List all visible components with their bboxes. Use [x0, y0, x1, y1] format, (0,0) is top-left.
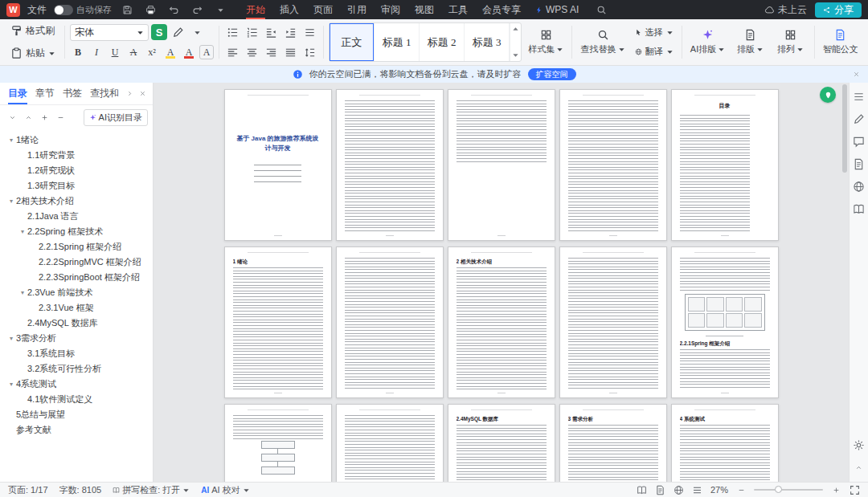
tab-references[interactable]: 引用: [340, 0, 374, 19]
autosave-toggle[interactable]: 自动保存: [54, 4, 112, 16]
undo-icon[interactable]: [166, 2, 182, 17]
outline-item[interactable]: 2.2.2SpringMVC 框架介绍: [2, 255, 151, 270]
wps-logo[interactable]: W: [6, 3, 20, 17]
align-right-icon[interactable]: [263, 44, 280, 61]
style-heading-1[interactable]: 标题 1: [375, 23, 420, 61]
outline-item[interactable]: 2.1Java 语言: [2, 209, 151, 224]
tab-member-exclusive[interactable]: 会员专享: [475, 0, 528, 19]
outline-item[interactable]: ▾1绪论: [2, 132, 151, 148]
outline-item[interactable]: ▾3需求分析: [2, 331, 151, 346]
scroll-top-icon[interactable]: [853, 462, 865, 474]
notification-close-icon[interactable]: [850, 68, 862, 79]
pane-tab-toc[interactable]: 目录: [4, 83, 31, 104]
bold-button[interactable]: B: [70, 44, 86, 60]
zoom-level[interactable]: 27%: [710, 485, 728, 495]
scrollbar-thumb[interactable]: [842, 84, 847, 173]
outline-panel-icon[interactable]: [853, 91, 865, 103]
tab-tools[interactable]: 工具: [441, 0, 475, 19]
tab-wps-ai[interactable]: WPS AI: [528, 0, 586, 19]
page-indicator[interactable]: 页面: 1/17: [8, 484, 48, 496]
line-spacing-icon[interactable]: [301, 44, 318, 61]
ai-typeset-button[interactable]: AI排版: [687, 22, 729, 63]
ai-recognize-toc-button[interactable]: AI识别目录: [84, 109, 148, 126]
expand-storage-button[interactable]: 扩容空间: [528, 68, 576, 80]
outline-caret-icon[interactable]: ▾: [18, 289, 27, 296]
style-heading-3[interactable]: 标题 3: [465, 23, 510, 61]
page-thumbnail-5[interactable]: 目录: [671, 89, 779, 241]
quick-access-caret-icon[interactable]: [212, 2, 228, 17]
select-button[interactable]: 选择: [632, 26, 677, 39]
page-thumbnail-9[interactable]: [559, 246, 667, 398]
outline-item[interactable]: 1.1研究背景: [2, 148, 151, 163]
more-font-tools-icon[interactable]: [189, 24, 206, 41]
outline-item[interactable]: 2.2.3SpringBoot 框架介绍: [2, 270, 151, 285]
outline-item[interactable]: 1.3研究目标: [2, 178, 151, 194]
page-thumbnail-1[interactable]: 基于 Java 的旅游推荐系统设计与开发: [224, 89, 332, 241]
autosave-switch-knob[interactable]: [54, 5, 73, 15]
zoom-out-icon[interactable]: [735, 484, 747, 495]
align-justify-icon[interactable]: [282, 44, 299, 61]
character-shading-button[interactable]: A: [199, 45, 214, 59]
arrange-button[interactable]: 排列: [772, 22, 809, 63]
numbered-list-icon[interactable]: [244, 24, 260, 41]
font-color-button[interactable]: A: [181, 44, 197, 60]
format-painter-button[interactable]: 格式刷: [6, 22, 59, 39]
style-gallery-scroll[interactable]: [510, 23, 521, 61]
increase-indent-icon[interactable]: [282, 24, 299, 41]
redo-icon[interactable]: [189, 2, 205, 17]
tab-insert[interactable]: 插入: [272, 0, 306, 19]
ai-proofread-status[interactable]: AI AI 校对: [201, 484, 249, 496]
web-view-icon[interactable]: [674, 484, 685, 495]
tab-review[interactable]: 审阅: [374, 0, 407, 19]
outline-item[interactable]: 参考文献: [2, 422, 151, 438]
outline-view-icon[interactable]: [692, 484, 703, 495]
align-center-icon[interactable]: [244, 44, 260, 61]
bullet-list-icon[interactable]: [224, 24, 241, 41]
page-view-icon[interactable]: [655, 484, 666, 495]
page-thumbnail-13[interactable]: 2.4MySQL 数据库: [448, 404, 555, 482]
outline-item[interactable]: 3.1系统目标: [2, 346, 151, 361]
page-thumbnail-12[interactable]: [336, 404, 444, 482]
page-thumbnail-6[interactable]: 1 绪论: [224, 246, 332, 398]
fullscreen-icon[interactable]: [849, 484, 860, 495]
edit-panel-icon[interactable]: [853, 113, 865, 125]
outline-item[interactable]: ▾4系统测试: [2, 377, 151, 392]
zoom-slider[interactable]: [754, 489, 823, 491]
outline-caret-icon[interactable]: ▾: [6, 198, 16, 205]
page-thumbnail-14[interactable]: 3 需求分析: [559, 404, 667, 482]
page-thumbnail-2[interactable]: [336, 89, 444, 241]
align-left-icon[interactable]: [224, 44, 241, 61]
document-map-icon[interactable]: [853, 158, 865, 170]
outline-item[interactable]: 2.2.1Spring 框架介绍: [2, 239, 151, 255]
page-thumbnail-11[interactable]: 2.2.3SpringBoot 框架介绍: [224, 404, 332, 482]
style-set-button[interactable]: 样式集: [525, 22, 567, 63]
outline-item[interactable]: ▾2.3Vue 前端技术: [2, 285, 151, 300]
reference-panel-icon[interactable]: [853, 203, 865, 215]
page-thumbnail-7[interactable]: [336, 246, 444, 398]
outline-caret-icon[interactable]: ▾: [18, 228, 27, 235]
translate-button[interactable]: 翻译: [632, 45, 677, 59]
collapse-all-button[interactable]: [5, 110, 19, 124]
page-thumbnail-10[interactable]: 2.2.1Spring 框架介绍: [671, 246, 779, 398]
outline-item[interactable]: 2.3.1Vue 框架: [2, 300, 151, 316]
s-plugin-icon[interactable]: S: [151, 24, 167, 40]
translate-panel-icon[interactable]: [853, 181, 865, 193]
cloud-sync-status[interactable]: 未上云: [764, 3, 807, 17]
outline-item[interactable]: 3.2系统可行性分析: [2, 361, 151, 377]
paste-button[interactable]: 粘贴: [6, 45, 59, 62]
pane-tab-find[interactable]: 查找和: [86, 83, 123, 104]
clear-format-icon[interactable]: [170, 24, 186, 41]
style-normal[interactable]: 正文: [330, 23, 375, 61]
pane-tabs-overflow-icon[interactable]: [123, 88, 136, 100]
locate-button[interactable]: [820, 87, 836, 103]
find-replace-button[interactable]: 查找替换: [577, 22, 628, 63]
save-icon[interactable]: [119, 2, 135, 17]
spellcheck-status[interactable]: 拼写检查: 打开: [113, 484, 190, 496]
outline-item[interactable]: 5总结与展望: [2, 407, 151, 422]
vertical-scrollbar[interactable]: [841, 84, 848, 480]
decrease-indent-icon[interactable]: [263, 24, 280, 41]
outline-item[interactable]: 4.1软件测试定义: [2, 392, 151, 407]
word-count[interactable]: 字数: 8105: [59, 484, 102, 496]
page-thumbnail-4[interactable]: [559, 89, 667, 241]
smart-document-button[interactable]: 智能公文: [820, 22, 862, 63]
